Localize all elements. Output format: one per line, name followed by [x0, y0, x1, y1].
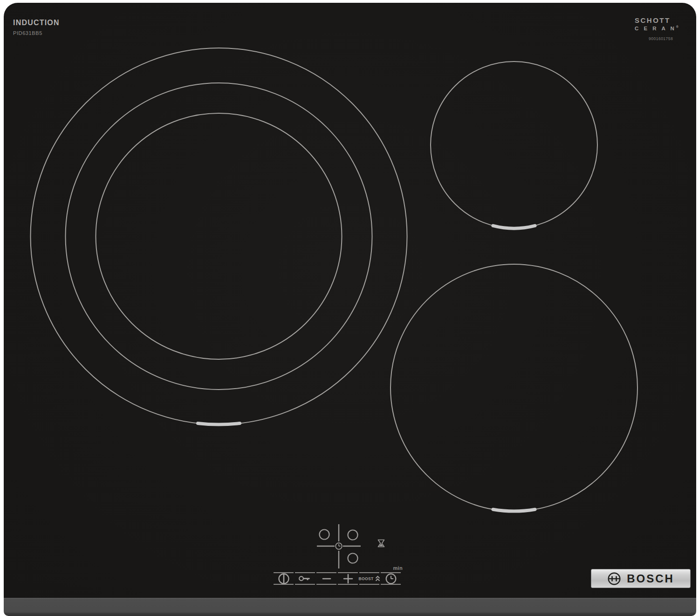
product-photo: INDUCTION PID631BB5 SCHOTT C E R A N® 90…	[0, 0, 699, 616]
induction-hob-glass: INDUCTION PID631BB5 SCHOTT C E R A N® 90…	[4, 3, 696, 598]
zone-select-top-right-circle[interactable]	[348, 530, 358, 540]
cooking-zone-large-left	[31, 48, 407, 424]
boost-label: BOOST	[358, 576, 373, 581]
large-zone-outer-ring	[31, 48, 407, 424]
zone-select-bottom-right-circle[interactable]	[348, 554, 358, 563]
power-icon	[277, 572, 290, 585]
bosch-logo-text: BOSCH	[627, 572, 674, 585]
touch-control-strip: BOOST	[274, 572, 401, 585]
bottom-right-zone-marker-bar	[493, 509, 535, 511]
boost-chevrons-icon	[375, 575, 380, 582]
minus-icon	[322, 577, 331, 580]
plus-icon	[343, 574, 353, 584]
timer-zone-selector[interactable]	[317, 524, 361, 568]
large-zone-inner-ring	[96, 113, 342, 359]
clock-icon	[385, 573, 397, 585]
cooking-zone-bottom-right	[391, 264, 637, 511]
large-zone-middle-ring	[66, 83, 372, 390]
child-lock-button[interactable]	[295, 572, 315, 585]
large-zone-marker-bar	[198, 424, 240, 425]
cooking-zone-top-right	[431, 62, 597, 228]
hourglass-icon	[378, 540, 384, 547]
bosch-badge: BOSCH	[591, 569, 691, 588]
power-button[interactable]	[274, 572, 294, 585]
key-icon	[298, 575, 312, 582]
minus-button[interactable]	[316, 572, 336, 585]
minutes-unit-label: min	[367, 565, 403, 571]
boost-button[interactable]: BOOST	[359, 572, 379, 585]
zone-select-left-circle[interactable]	[320, 530, 329, 540]
selector-center-clock-icon	[336, 543, 342, 549]
plus-button[interactable]	[338, 572, 358, 585]
top-right-zone-marker-bar	[493, 226, 535, 228]
timer-button[interactable]	[381, 572, 401, 585]
cooking-zones-graphics	[4, 3, 696, 598]
bosch-armature-icon	[607, 572, 621, 586]
front-trim-strip	[4, 598, 696, 616]
